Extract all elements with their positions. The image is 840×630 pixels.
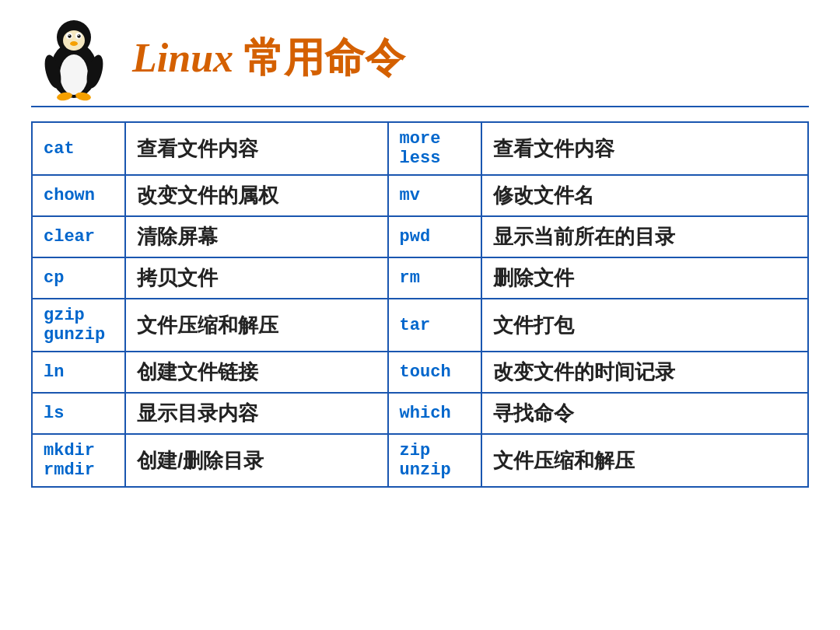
description-cell-right: 寻找命令 (481, 393, 808, 434)
description-cell-right: 查看文件内容 (481, 122, 808, 175)
command-cell-left: gzip gunzip (32, 299, 125, 352)
command-cell-left: ln (32, 352, 125, 393)
table-row: ls显示目录内容which寻找命令 (32, 393, 808, 434)
commands-table: cat查看文件内容more less查看文件内容chown改变文件的属权mv修改… (31, 121, 809, 488)
command-cell-right: which (388, 393, 481, 434)
table-row: chown改变文件的属权mv修改文件名 (32, 175, 808, 216)
description-cell-right: 文件压缩和解压 (481, 434, 808, 487)
svg-point-8 (68, 35, 70, 37)
table-row: cp拷贝文件rm删除文件 (32, 257, 808, 299)
header: Linux 常用命令 (31, 16, 809, 107)
table-row: gzip gunzip文件压缩和解压tar文件打包 (32, 299, 808, 352)
description-cell-right: 删除文件 (481, 257, 808, 299)
description-cell-left: 拷贝文件 (125, 257, 388, 299)
description-cell-left: 改变文件的属权 (125, 175, 388, 216)
description-cell-right: 修改文件名 (481, 175, 808, 216)
description-cell-left: 创建文件链接 (125, 352, 388, 393)
svg-point-9 (78, 35, 79, 37)
command-cell-left: cp (32, 257, 125, 299)
description-cell-left: 文件压缩和解压 (125, 299, 388, 352)
command-cell-right: more less (388, 122, 481, 175)
description-cell-left: 清除屏幕 (125, 216, 388, 257)
description-cell-right: 显示当前所在的目录 (481, 216, 808, 257)
description-cell-right: 文件打包 (481, 299, 808, 352)
command-cell-left: ls (32, 393, 125, 434)
description-cell-left: 创建/删除目录 (125, 434, 388, 487)
command-cell-right: touch (388, 352, 481, 393)
page-title: Linux 常用命令 (132, 31, 405, 86)
description-cell-right: 改变文件的时间记录 (481, 352, 808, 393)
table-row: mkdir rmdir创建/删除目录zip unzip文件压缩和解压 (32, 434, 808, 487)
command-cell-left: mkdir rmdir (32, 434, 125, 487)
command-cell-left: cat (32, 122, 125, 175)
command-cell-right: mv (388, 175, 481, 216)
command-cell-right: tar (388, 299, 481, 352)
command-cell-left: clear (32, 216, 125, 257)
table-row: ln创建文件链接touch改变文件的时间记录 (32, 352, 808, 393)
command-cell-right: pwd (388, 216, 481, 257)
table-row: clear清除屏幕pwd显示当前所在的目录 (32, 216, 808, 257)
tux-icon (31, 16, 117, 101)
table-row: cat查看文件内容more less查看文件内容 (32, 122, 808, 175)
svg-point-1 (60, 54, 88, 95)
page: Linux 常用命令 cat查看文件内容more less查看文件内容chown… (0, 0, 840, 630)
svg-point-3 (63, 30, 85, 51)
command-cell-right: rm (388, 257, 481, 299)
description-cell-left: 查看文件内容 (125, 122, 388, 175)
svg-point-10 (70, 41, 78, 46)
title-text: Linux 常用命令 (132, 36, 405, 80)
command-cell-right: zip unzip (388, 434, 481, 487)
description-cell-left: 显示目录内容 (125, 393, 388, 434)
command-cell-left: chown (32, 175, 125, 216)
